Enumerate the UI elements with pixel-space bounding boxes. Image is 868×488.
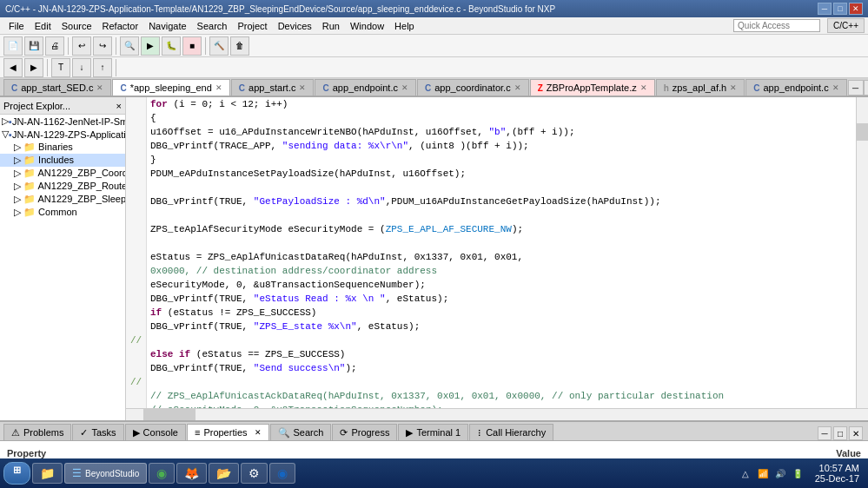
save-button[interactable]: 💾 [24, 36, 43, 56]
menu-navigate[interactable]: Navigate [143, 19, 191, 33]
tab-icon-app-endpoint: C [322, 83, 328, 93]
menu-project[interactable]: Project [232, 19, 272, 33]
menu-devices[interactable]: Devices [273, 19, 317, 33]
tab-close-zbpro[interactable]: ✕ [640, 83, 647, 92]
bottom-tab-terminal[interactable]: ▶ Terminal 1 [398, 424, 468, 440]
gutter-marker-5 [126, 153, 146, 167]
menu-help[interactable]: Help [389, 19, 420, 33]
back-button[interactable]: ◀ [3, 58, 23, 77]
forward-button[interactable]: ▶ [24, 58, 43, 77]
undo-button[interactable]: ↩ [72, 36, 91, 56]
tab-app-start-sed[interactable]: C app_start_SED.c ✕ [3, 79, 111, 96]
sidebar-item-jn1162[interactable]: ▷ ▪ JN-AN-1162-JenNet-IP-Smart... [0, 115, 125, 128]
bottom-tab-properties[interactable]: ≡ Properties ✕ [187, 424, 269, 440]
tab-zps-apl-af[interactable]: h zps_apl_af.h ✕ [656, 79, 745, 96]
window-controls[interactable]: ─ □ ✕ [818, 3, 863, 15]
title-bar: C/C++ - JN-AN-1229-ZPS-Application-Templ… [0, 0, 868, 17]
h-scrollbar-thumb[interactable] [143, 409, 195, 420]
tab-maximize-button[interactable]: □ [864, 80, 868, 96]
bottom-tab-problems[interactable]: ⚠ Problems [3, 424, 71, 440]
sidebar-item-coordinator[interactable]: ▷ 📁 AN1229_ZBP_Coordinator [0, 167, 125, 180]
redo-button[interactable]: ↪ [93, 36, 112, 56]
properties-close-icon[interactable]: ✕ [255, 428, 262, 437]
sidebar-collapse-button[interactable]: × [116, 101, 122, 111]
tab-minimize-button[interactable]: ─ [848, 80, 864, 96]
tab-app-start[interactable]: C app_start.c ✕ [231, 79, 315, 96]
sidebar-item-common[interactable]: ▷ 📁 Common [0, 206, 125, 219]
menu-source[interactable]: Source [56, 19, 97, 33]
minimize-button[interactable]: ─ [818, 3, 832, 15]
clock-area[interactable]: 10:57 AM 25-Dec-17 [810, 463, 865, 484]
tab-close-zps-apl-af[interactable]: ✕ [730, 83, 737, 92]
menu-run[interactable]: Run [317, 19, 345, 33]
bottom-panel-minimize[interactable]: ─ [818, 426, 832, 440]
gutter-marker-9 [126, 208, 146, 222]
clean-button[interactable]: 🗑 [230, 36, 249, 56]
print-button[interactable]: 🖨 [45, 36, 64, 56]
menu-file[interactable]: File [3, 19, 30, 33]
taskbar-item-settings[interactable]: ⚙ [241, 463, 268, 484]
maximize-button[interactable]: □ [833, 3, 847, 15]
menu-window[interactable]: Window [345, 19, 389, 33]
menu-search[interactable]: Search [192, 19, 233, 33]
tab-app-endpoint[interactable]: C app_endpoint.c ✕ [315, 79, 415, 96]
tab-close-app-sleeping-end[interactable]: ✕ [215, 83, 222, 92]
search-button[interactable]: 🔍 [120, 36, 139, 56]
project-explorer: Project Explor... × ▷ ▪ JN-AN-1162-JenNe… [0, 97, 126, 420]
sidebar-item-router[interactable]: ▷ 📁 AN1229_ZBP_Router [0, 180, 125, 193]
new-button[interactable]: 📄 [3, 36, 23, 56]
menu-refactor[interactable]: Refactor [97, 19, 144, 33]
gutter-marker-13 [126, 264, 146, 278]
bottom-tab-progress[interactable]: ⟳ Progress [332, 424, 397, 440]
taskbar-item-beyondstudio[interactable]: ☰ BeyondStudio [64, 463, 147, 484]
menu-edit[interactable]: Edit [30, 19, 56, 33]
tab-close-app-start-sed[interactable]: ✕ [96, 83, 103, 92]
sidebar-item-binaries[interactable]: ▷ 📁 Binaries [0, 141, 125, 154]
taskbar-item-firefox[interactable]: 🦊 [176, 463, 207, 484]
editor-horizontal-scrollbar[interactable] [126, 408, 868, 420]
code-line-23: // eSecurityMode, 0, &u8TransactionSeque… [150, 403, 856, 408]
tab-app-endpoint-2[interactable]: C app_endpoint.c ✕ [745, 79, 846, 96]
problems-label: Problems [23, 427, 63, 438]
bottom-tab-console[interactable]: ▶ Console [125, 424, 186, 440]
editor-vertical-scrollbar[interactable] [856, 97, 868, 408]
next-anno-button[interactable]: ↓ [72, 58, 91, 77]
tab-close-app-endpoint[interactable]: ✕ [401, 83, 408, 92]
tab-close-app-start[interactable]: ✕ [299, 83, 306, 92]
run-button[interactable]: ▶ [141, 36, 160, 56]
toolbar-separator-4 [47, 59, 48, 76]
bottom-tab-search[interactable]: 🔍 Search [270, 424, 332, 440]
start-button[interactable]: ⊞ [3, 462, 30, 485]
tab-app-sleeping-end[interactable]: C *app_sleeping_end ✕ [112, 79, 229, 96]
tab-app-coordinator[interactable]: C app_coordinator.c ✕ [417, 79, 529, 96]
tab-zbpro-template[interactable]: Z ZBProAppTemplate.z ✕ [530, 79, 655, 96]
stop-button[interactable]: ■ [182, 36, 202, 56]
bottom-panel-maximize[interactable]: □ [833, 426, 847, 440]
code-content[interactable]: // // ! for (i = 0; i < 12; i++) { [126, 97, 868, 408]
tab-close-app-endpoint-2[interactable]: ✕ [832, 83, 839, 92]
bottom-tab-call-hierarchy[interactable]: ⫶ Call Hierarchy [469, 424, 553, 440]
tab-close-app-coordinator[interactable]: ✕ [514, 83, 521, 92]
gutter-marker-15 [126, 292, 146, 306]
tray-icon-1: △ [739, 466, 752, 480]
code-text-area[interactable]: for (i = 0; i < 12; i++) { u16Offset = u… [147, 97, 856, 408]
sidebar-item-includes[interactable]: ▷ 📁 Includes [0, 154, 125, 167]
taskbar-item-folder[interactable]: 📁 [32, 463, 63, 484]
quick-access-input[interactable] [733, 19, 820, 32]
taskbar-item-chrome[interactable]: ◉ [149, 463, 175, 484]
open-type-button[interactable]: T [51, 58, 70, 77]
bottom-tab-tasks[interactable]: ✓ Tasks [72, 424, 123, 440]
build-button[interactable]: 🔨 [209, 36, 229, 56]
scrollbar-thumb[interactable] [857, 123, 868, 141]
sidebar-content: ▷ ▪ JN-AN-1162-JenNet-IP-Smart... ▽ ▪ JN… [0, 115, 125, 420]
taskbar-item-browser2[interactable]: ◉ [269, 463, 295, 484]
code-line-12: eStatus = ZPS_eAplAfUnicastDataReq(hAPdu… [150, 250, 856, 264]
console-icon: ▶ [133, 427, 140, 439]
debug-button[interactable]: 🐛 [162, 36, 181, 56]
taskbar-item-files[interactable]: 📂 [209, 463, 239, 484]
bottom-panel-close[interactable]: ✕ [849, 426, 863, 440]
close-button[interactable]: ✕ [849, 3, 863, 15]
prev-anno-button[interactable]: ↑ [93, 58, 112, 77]
sidebar-item-sleeping-end[interactable]: ▷ 📁 AN1229_ZBP_SleepingEnd [0, 193, 125, 206]
sidebar-item-jn1229[interactable]: ▽ ▪ JN-AN-1229-ZPS-Application [0, 128, 125, 141]
